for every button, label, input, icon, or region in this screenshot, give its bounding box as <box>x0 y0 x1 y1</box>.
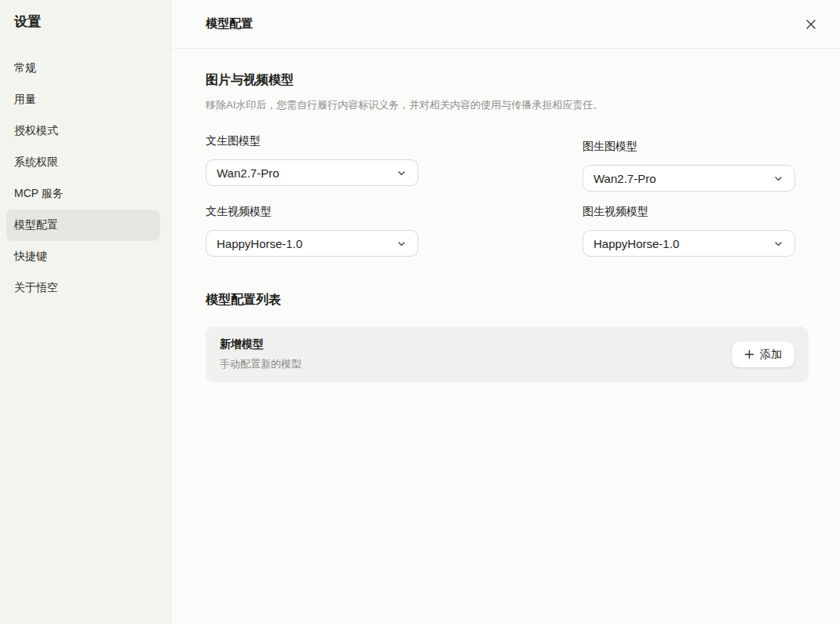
sidebar-item-mcp-services[interactable]: MCP 服务 <box>6 178 160 210</box>
panel-header: 模型配置 <box>171 0 840 49</box>
model-fields-grid: 文生图模型 Wan2.7-Pro 图生图模型 Wan2.7-Pro <box>206 134 809 257</box>
close-icon <box>805 18 817 31</box>
field-label: 图生图模型 <box>583 140 795 154</box>
sidebar-item-label: 模型配置 <box>14 218 58 232</box>
sidebar-item-label: MCP 服务 <box>14 187 64 201</box>
sidebar-item-model-config[interactable]: 模型配置 <box>6 210 160 241</box>
add-model-button[interactable]: 添加 <box>732 341 794 367</box>
sidebar-item-label: 系统权限 <box>14 155 58 170</box>
add-model-title: 新增模型 <box>220 338 301 352</box>
sidebar-title: 设置 <box>0 13 170 31</box>
close-button[interactable] <box>799 13 823 36</box>
sidebar-item-label: 授权模式 <box>14 124 58 138</box>
field-text-to-video: 文生视频模型 HappyHorse-1.0 <box>206 205 418 257</box>
chevron-down-icon <box>773 239 783 249</box>
section-title-media-models: 图片与视频模型 <box>206 72 809 89</box>
select-value: HappyHorse-1.0 <box>217 237 302 250</box>
sidebar-item-system-permissions[interactable]: 系统权限 <box>6 147 160 178</box>
sidebar-item-label: 常规 <box>14 61 36 75</box>
field-image-to-image: 图生图模型 Wan2.7-Pro <box>583 140 795 192</box>
chevron-down-icon <box>396 239 407 249</box>
plus-icon <box>744 349 754 359</box>
field-label: 文生视频模型 <box>206 205 418 219</box>
image-to-video-model-select[interactable]: HappyHorse-1.0 <box>583 230 795 257</box>
sidebar-item-general[interactable]: 常规 <box>6 53 160 84</box>
field-text-to-image: 文生图模型 Wan2.7-Pro <box>206 134 418 186</box>
image-to-image-model-select[interactable]: Wan2.7-Pro <box>583 165 795 192</box>
add-model-button-label: 添加 <box>760 348 782 362</box>
sidebar-item-shortcuts[interactable]: 快捷键 <box>6 241 160 272</box>
settings-sidebar: 设置 常规 用量 授权模式 系统权限 MCP 服务 模型配置 快捷键 <box>0 0 171 624</box>
sidebar-item-about-wukong[interactable]: 关于悟空 <box>6 272 160 304</box>
sidebar-item-usage[interactable]: 用量 <box>6 84 160 115</box>
sidebar-item-label: 用量 <box>14 93 36 107</box>
field-label: 文生图模型 <box>206 134 418 148</box>
sidebar-item-label: 快捷键 <box>14 250 47 264</box>
sidebar-nav: 常规 用量 授权模式 系统权限 MCP 服务 模型配置 快捷键 关于悟空 <box>0 53 170 304</box>
page-title: 模型配置 <box>206 16 253 31</box>
add-model-subtitle: 手动配置新的模型 <box>220 357 301 371</box>
text-to-video-model-select[interactable]: HappyHorse-1.0 <box>206 230 418 257</box>
section-title-model-list: 模型配置列表 <box>206 292 809 308</box>
model-config-panel: 模型配置 图片与视频模型 移除AI水印后，您需自行履行内容标识义务，并对相关内容… <box>171 0 840 624</box>
media-models-description: 移除AI水印后，您需自行履行内容标识义务，并对相关内容的使用与传播承担相应责任。 <box>206 98 809 112</box>
add-model-text: 新增模型 手动配置新的模型 <box>220 338 301 371</box>
select-value: Wan2.7-Pro <box>593 172 656 185</box>
field-label: 图生视频模型 <box>583 205 795 219</box>
chevron-down-icon <box>773 173 783 184</box>
sidebar-item-authorization-mode[interactable]: 授权模式 <box>6 115 160 147</box>
sidebar-item-label: 关于悟空 <box>14 281 58 295</box>
panel-content: 图片与视频模型 移除AI水印后，您需自行履行内容标识义务，并对相关内容的使用与传… <box>171 49 840 382</box>
settings-window: 设置 常规 用量 授权模式 系统权限 MCP 服务 模型配置 快捷键 <box>0 0 840 624</box>
select-value: HappyHorse-1.0 <box>593 237 679 250</box>
select-value: Wan2.7-Pro <box>217 166 279 180</box>
field-image-to-video: 图生视频模型 HappyHorse-1.0 <box>583 205 795 257</box>
chevron-down-icon <box>396 168 407 178</box>
add-model-card: 新增模型 手动配置新的模型 添加 <box>206 327 809 382</box>
text-to-image-model-select[interactable]: Wan2.7-Pro <box>206 159 418 186</box>
